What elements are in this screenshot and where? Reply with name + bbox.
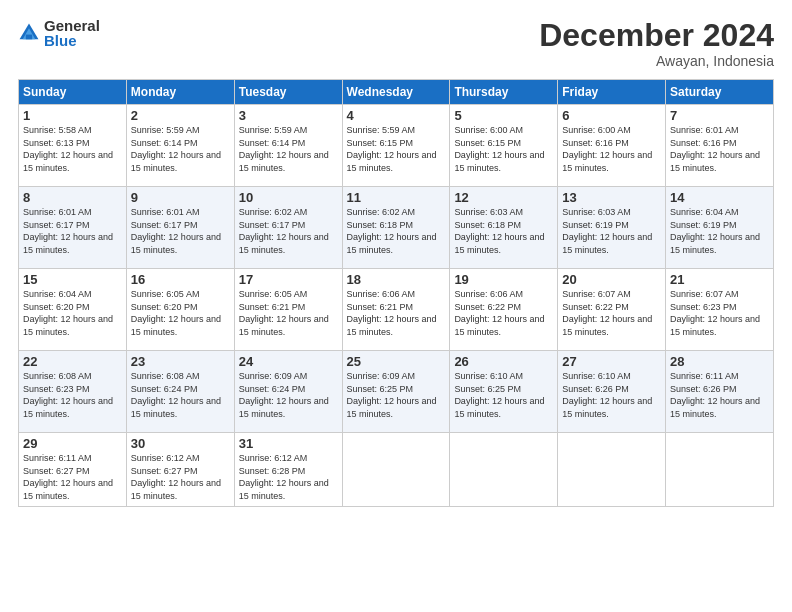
logo-general: General — [44, 18, 100, 33]
table-row: 3 Sunrise: 5:59 AM Sunset: 6:14 PM Dayli… — [234, 105, 342, 187]
table-row: 15 Sunrise: 6:04 AM Sunset: 6:20 PM Dayl… — [19, 269, 127, 351]
header-saturday: Saturday — [666, 80, 774, 105]
table-row: 27 Sunrise: 6:10 AM Sunset: 6:26 PM Dayl… — [558, 351, 666, 433]
table-row: 22 Sunrise: 6:08 AM Sunset: 6:23 PM Dayl… — [19, 351, 127, 433]
table-row: 17 Sunrise: 6:05 AM Sunset: 6:21 PM Dayl… — [234, 269, 342, 351]
table-row — [666, 433, 774, 506]
header-sunday: Sunday — [19, 80, 127, 105]
table-row — [450, 433, 558, 506]
table-row: 6 Sunrise: 6:00 AM Sunset: 6:16 PM Dayli… — [558, 105, 666, 187]
logo-text: General Blue — [44, 18, 100, 48]
table-row: 10 Sunrise: 6:02 AM Sunset: 6:17 PM Dayl… — [234, 187, 342, 269]
table-row: 8 Sunrise: 6:01 AM Sunset: 6:17 PM Dayli… — [19, 187, 127, 269]
table-row: 18 Sunrise: 6:06 AM Sunset: 6:21 PM Dayl… — [342, 269, 450, 351]
header-thursday: Thursday — [450, 80, 558, 105]
header-tuesday: Tuesday — [234, 80, 342, 105]
table-row: 31 Sunrise: 6:12 AM Sunset: 6:28 PM Dayl… — [234, 433, 342, 506]
header: General Blue December 2024 Awayan, Indon… — [18, 18, 774, 69]
table-row: 11 Sunrise: 6:02 AM Sunset: 6:18 PM Dayl… — [342, 187, 450, 269]
table-row: 20 Sunrise: 6:07 AM Sunset: 6:22 PM Dayl… — [558, 269, 666, 351]
table-row: 2 Sunrise: 5:59 AM Sunset: 6:14 PM Dayli… — [126, 105, 234, 187]
table-row: 14 Sunrise: 6:04 AM Sunset: 6:19 PM Dayl… — [666, 187, 774, 269]
table-row: 29 Sunrise: 6:11 AM Sunset: 6:27 PM Dayl… — [19, 433, 127, 506]
header-monday: Monday — [126, 80, 234, 105]
table-row: 7 Sunrise: 6:01 AM Sunset: 6:16 PM Dayli… — [666, 105, 774, 187]
header-friday: Friday — [558, 80, 666, 105]
table-row: 16 Sunrise: 6:05 AM Sunset: 6:20 PM Dayl… — [126, 269, 234, 351]
table-row: 13 Sunrise: 6:03 AM Sunset: 6:19 PM Dayl… — [558, 187, 666, 269]
calendar-table: Sunday Monday Tuesday Wednesday Thursday… — [18, 79, 774, 506]
table-row: 19 Sunrise: 6:06 AM Sunset: 6:22 PM Dayl… — [450, 269, 558, 351]
svg-rect-2 — [26, 35, 32, 40]
page: General Blue December 2024 Awayan, Indon… — [0, 0, 792, 612]
table-row: 1 Sunrise: 5:58 AM Sunset: 6:13 PM Dayli… — [19, 105, 127, 187]
table-row: 30 Sunrise: 6:12 AM Sunset: 6:27 PM Dayl… — [126, 433, 234, 506]
header-wednesday: Wednesday — [342, 80, 450, 105]
table-row: 12 Sunrise: 6:03 AM Sunset: 6:18 PM Dayl… — [450, 187, 558, 269]
table-row: 5 Sunrise: 6:00 AM Sunset: 6:15 PM Dayli… — [450, 105, 558, 187]
logo: General Blue — [18, 18, 100, 48]
table-row: 28 Sunrise: 6:11 AM Sunset: 6:26 PM Dayl… — [666, 351, 774, 433]
table-row — [342, 433, 450, 506]
month-title: December 2024 — [539, 18, 774, 53]
table-row: 24 Sunrise: 6:09 AM Sunset: 6:24 PM Dayl… — [234, 351, 342, 433]
table-row: 26 Sunrise: 6:10 AM Sunset: 6:25 PM Dayl… — [450, 351, 558, 433]
title-block: December 2024 Awayan, Indonesia — [539, 18, 774, 69]
table-row: 9 Sunrise: 6:01 AM Sunset: 6:17 PM Dayli… — [126, 187, 234, 269]
table-row: 23 Sunrise: 6:08 AM Sunset: 6:24 PM Dayl… — [126, 351, 234, 433]
logo-blue: Blue — [44, 33, 100, 48]
table-row: 21 Sunrise: 6:07 AM Sunset: 6:23 PM Dayl… — [666, 269, 774, 351]
location-subtitle: Awayan, Indonesia — [539, 53, 774, 69]
calendar-header-row: Sunday Monday Tuesday Wednesday Thursday… — [19, 80, 774, 105]
table-row — [558, 433, 666, 506]
table-row: 4 Sunrise: 5:59 AM Sunset: 6:15 PM Dayli… — [342, 105, 450, 187]
table-row: 25 Sunrise: 6:09 AM Sunset: 6:25 PM Dayl… — [342, 351, 450, 433]
logo-icon — [18, 22, 40, 44]
